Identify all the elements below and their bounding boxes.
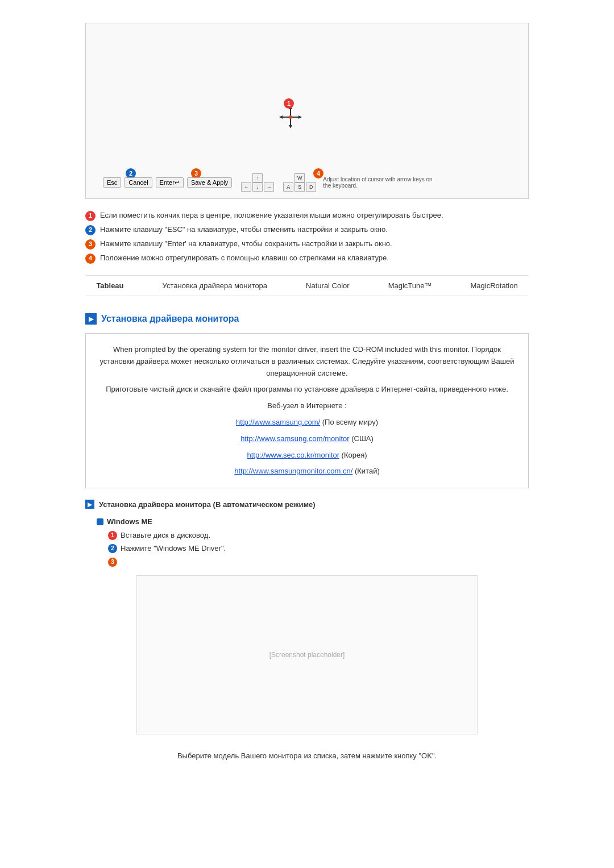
- key-d[interactable]: D: [306, 182, 316, 192]
- info-para1: When prompted by the operating system fo…: [99, 344, 515, 379]
- diagram-toolbar: Esc Cancel Enter↵ Save & Apply ↑ ← ↓ → W: [103, 173, 511, 192]
- note-item-4: 4 Положение можно отрегулировать с помощ…: [85, 253, 529, 264]
- step-badge-1: 1: [108, 531, 117, 540]
- info-links: http://www.samsung.com/ (По всему миру)h…: [99, 417, 515, 477]
- key-w[interactable]: W: [294, 173, 305, 182]
- nav-tab-tableau[interactable]: Tableau: [94, 280, 126, 291]
- info-link-line-1: http://www.samsung.com/monitor (США): [99, 433, 515, 445]
- arrow-down-key[interactable]: ↓: [252, 182, 263, 192]
- svg-point-6: [289, 115, 292, 119]
- info-link-line-0: http://www.samsung.com/ (По всему миру): [99, 417, 515, 429]
- toolbar-help-text: Adjust location of cursor with arrow key…: [323, 176, 437, 189]
- note-badge-4: 4: [85, 254, 96, 264]
- nav-tab-magicrotation[interactable]: MagicRotation: [468, 280, 520, 291]
- page-wrapper: 1 2 3 4 Esc Cancel Enter↵ Save & Apply ↑: [0, 0, 614, 783]
- note-item-1: 1 Если поместить кончик пера в центре, п…: [85, 210, 529, 221]
- step-text-1: Вставьте диск в дисковод.: [121, 530, 210, 541]
- note-badge-3: 3: [85, 239, 96, 250]
- enter-button[interactable]: Enter↵: [156, 177, 184, 188]
- letter-keys-group: W A S D: [283, 173, 316, 192]
- info-link-0[interactable]: http://www.samsung.com/: [236, 418, 320, 426]
- nav-tab-установка_драйвера_монитора[interactable]: Установка драйвера монитора: [160, 280, 270, 291]
- arrow-left-key[interactable]: ←: [241, 182, 251, 192]
- sub-heading-text: Установка драйвера монитора (В автоматич…: [99, 500, 316, 509]
- bottom-note: Выберите модель Вашего монитора из списк…: [85, 751, 529, 760]
- os-steps: 1 Вставьте диск в дисковод. 2 Нажмите "W…: [97, 530, 529, 566]
- note-item-3: 3 Нажмите клавишу "Enter' на клавиатуре,…: [85, 239, 529, 250]
- section-heading: ▶ Установка драйвера монитора: [85, 313, 529, 325]
- note-text-3: Нажмите клавишу "Enter' на клавиатуре, ч…: [100, 239, 392, 249]
- step-badge-2: 2: [108, 544, 117, 553]
- section-heading-icon: ▶: [85, 313, 97, 325]
- diagram-box: 1 2 3 4 Esc Cancel Enter↵ Save & Apply ↑: [85, 23, 529, 199]
- arrow-up-key[interactable]: ↑: [252, 173, 263, 182]
- info-link-line-2: http://www.sec.co.kr/monitor (Корея): [99, 450, 515, 462]
- os-header: Windows ME: [97, 517, 529, 526]
- svg-marker-5: [298, 115, 302, 119]
- key-s[interactable]: S: [294, 182, 305, 192]
- info-link-line-3: http://www.samsungmonitor.com.cn/ (Китай…: [99, 466, 515, 477]
- info-para2: Приготовьте чистый диск и скачайте файл …: [99, 384, 515, 396]
- os-step-1: 1 Вставьте диск в дисковод.: [108, 530, 529, 541]
- note-text-1: Если поместить кончик пера в центре, пол…: [100, 210, 443, 221]
- note-text-4: Положение можно отрегулировать с помощью…: [100, 253, 389, 263]
- crosshair-icon: [279, 106, 302, 128]
- info-box: When prompted by the operating system fo…: [85, 333, 529, 488]
- info-para3-prefix: Веб-узел в Интернете :: [267, 401, 346, 410]
- note-text-2: Нажмите клавишу "ESC" на клавиатуре, что…: [100, 225, 388, 235]
- os-section: Windows ME 1 Вставьте диск в дисковод. 2…: [85, 517, 529, 566]
- section-heading-text: Установка драйвера монитора: [101, 314, 239, 324]
- sub-section: ▶ Установка драйвера монитора (В автомат…: [85, 500, 529, 509]
- svg-marker-3: [289, 125, 292, 128]
- diagram-image-area: [Screenshot placeholder]: [136, 575, 478, 734]
- step-badge-3: 3: [108, 558, 117, 567]
- note-badge-2: 2: [85, 225, 96, 235]
- nav-tabs: TableauУстановка драйвера монитораNatura…: [85, 275, 529, 296]
- os-title: Windows ME: [107, 517, 152, 526]
- save-apply-button[interactable]: Save & Apply: [187, 177, 232, 188]
- sub-heading: ▶ Установка драйвера монитора (В автомат…: [85, 500, 529, 509]
- os-step-3: 3: [108, 557, 529, 567]
- cancel-button[interactable]: Cancel: [125, 177, 152, 188]
- info-link-2[interactable]: http://www.sec.co.kr/monitor: [247, 451, 339, 459]
- step-text-2: Нажмите "Windows ME Driver".: [121, 543, 226, 554]
- nav-tab-magictune™[interactable]: MagicTune™: [386, 280, 434, 291]
- key-a[interactable]: A: [283, 182, 293, 192]
- arrow-right-key[interactable]: →: [264, 182, 274, 192]
- note-badge-1: 1: [85, 211, 96, 221]
- info-link-3[interactable]: http://www.samsungmonitor.com.cn/: [234, 467, 352, 475]
- os-step-2: 2 Нажмите "Windows ME Driver".: [108, 543, 529, 554]
- info-para3: Веб-узел в Интернете :: [99, 400, 515, 412]
- note-item-2: 2 Нажмите клавишу "ESC" на клавиатуре, ч…: [85, 225, 529, 235]
- info-link-1[interactable]: http://www.samsung.com/monitor: [240, 434, 349, 443]
- arrow-keys-group: ↑ ← ↓ →: [241, 173, 274, 192]
- svg-marker-4: [279, 115, 283, 119]
- os-icon: [97, 518, 103, 525]
- badge-1: 1: [284, 98, 294, 109]
- notes-section: 1 Если поместить кончик пера в центре, п…: [85, 210, 529, 264]
- nav-tab-natural_color[interactable]: Natural Color: [304, 280, 352, 291]
- esc-button[interactable]: Esc: [103, 177, 121, 188]
- sub-heading-icon: ▶: [85, 500, 94, 509]
